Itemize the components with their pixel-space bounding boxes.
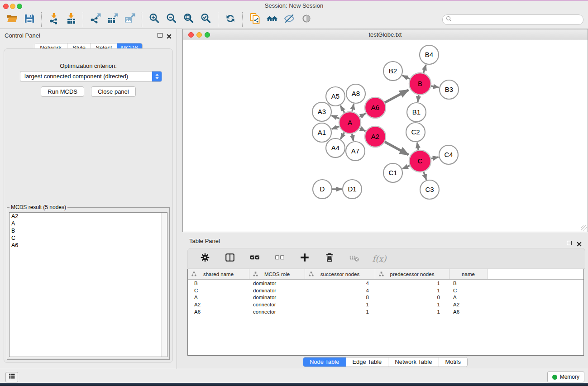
show-graphics-details-button[interactable] (298, 12, 315, 27)
export-network-button[interactable] (87, 12, 104, 27)
open-session-button[interactable] (4, 12, 21, 27)
node-B[interactable]: B (409, 73, 431, 95)
zoom-out-button[interactable] (163, 12, 180, 27)
tab-motifs[interactable]: Motifs (439, 357, 467, 367)
tab-node-table[interactable]: Node Table (303, 357, 346, 367)
node-A1[interactable]: A1 (312, 123, 331, 142)
export-image-button[interactable] (121, 12, 139, 27)
network-graph: AA1A2A3A4A5A6A7A8BB1B2B3B4CC1C2C3C4DD1 (183, 40, 588, 232)
delete-table-button[interactable] (346, 251, 363, 266)
float-panel-button[interactable] (158, 33, 163, 38)
edge-A-A8[interactable] (352, 104, 354, 112)
table-row[interactable]: A6connector11A6 (188, 308, 583, 315)
export-table-button[interactable] (104, 12, 121, 27)
edge-A2-C[interactable] (385, 142, 408, 155)
table-row[interactable]: Cdominator41C (188, 287, 583, 294)
scrollbar[interactable] (161, 213, 167, 357)
mcds-result-item[interactable]: A6 (10, 242, 167, 249)
edge-A-A6[interactable] (360, 114, 366, 117)
mcds-result-list[interactable]: A2ABCA6 (9, 212, 167, 357)
column-header[interactable]: name (449, 269, 488, 279)
mcds-result-item[interactable]: A2 (10, 213, 167, 220)
node-A5[interactable]: A5 (326, 87, 345, 106)
float-panel-button[interactable] (567, 241, 572, 245)
node-D[interactable]: D (313, 180, 332, 199)
save-session-button[interactable] (21, 12, 38, 27)
column-header[interactable]: shared name (188, 269, 249, 279)
edge-A-A3[interactable] (331, 115, 339, 119)
node-A3[interactable]: A3 (312, 102, 331, 121)
node-A8[interactable]: A8 (346, 84, 365, 103)
node-table[interactable]: shared nameMCDS rolesuccessor nodesprede… (187, 269, 584, 356)
node-A[interactable]: A (339, 112, 361, 133)
column-header[interactable]: successor nodes (305, 269, 375, 279)
table-settings-button[interactable] (196, 251, 214, 266)
node-A4[interactable]: A4 (326, 138, 345, 157)
select-all-columns-button[interactable] (246, 251, 263, 266)
node-A2[interactable]: A2 (365, 126, 386, 147)
node-D1[interactable]: D1 (343, 180, 362, 199)
node-C1[interactable]: C1 (383, 163, 402, 182)
table-row[interactable]: Adominator80A (188, 294, 583, 301)
edge-C-C1[interactable] (402, 166, 410, 169)
mcds-result-item[interactable]: B (10, 227, 167, 234)
clone-network-button[interactable] (246, 12, 263, 27)
deselect-all-columns-button[interactable] (271, 251, 288, 266)
edge-A-A7[interactable] (352, 134, 354, 141)
node-A6[interactable]: A6 (365, 97, 386, 118)
home-layout-button[interactable] (263, 12, 281, 27)
mcds-result-item[interactable]: C (10, 234, 167, 242)
edge-A-A5[interactable] (340, 105, 344, 113)
toggle-columns-button[interactable] (221, 251, 239, 266)
create-column-button[interactable] (296, 251, 313, 266)
tab-edge-table[interactable]: Edge Table (346, 357, 388, 367)
search-box[interactable] (442, 14, 583, 25)
function-builder-button[interactable]: f(x) (371, 251, 388, 266)
import-network-button[interactable] (45, 12, 62, 27)
zoom-in-button[interactable] (146, 12, 163, 27)
zoom-fit-button[interactable] (180, 12, 197, 27)
network-view-window: testGlobe.txt AA1A2A3A4A5A6A7A8BB1B2B3B4… (182, 29, 588, 232)
network-canvas[interactable]: AA1A2A3A4A5A6A7A8BB1B2B3B4CC1C2C3C4DD1 (183, 40, 588, 232)
node-C3[interactable]: C3 (420, 180, 439, 199)
node-C2[interactable]: C2 (406, 123, 425, 142)
close-panel-button[interactable] (577, 240, 582, 245)
node-B1[interactable]: B1 (407, 103, 426, 122)
node-C4[interactable]: C4 (439, 145, 458, 164)
edge-B-B3[interactable] (431, 86, 439, 87)
run-mcds-button[interactable]: Run MCDS (41, 86, 84, 97)
table-row[interactable]: Bdominator41B (188, 280, 583, 287)
edge-B-B1[interactable] (418, 95, 419, 102)
column-header[interactable]: MCDS role (249, 269, 305, 279)
import-table-button[interactable] (62, 12, 80, 27)
show-panels-button[interactable] (5, 372, 18, 382)
zoom-selected-button[interactable] (197, 12, 215, 27)
memory-button[interactable]: Memory (547, 372, 584, 382)
node-A7[interactable]: A7 (346, 142, 365, 161)
refresh-button[interactable] (222, 12, 239, 27)
resize-grip[interactable] (581, 225, 587, 231)
column-header[interactable]: predecessor nodes (375, 269, 449, 279)
edge-A-A1[interactable] (332, 126, 339, 129)
edge-A-A4[interactable] (340, 133, 344, 139)
edge-A-A2[interactable] (360, 128, 365, 131)
delete-columns-button[interactable] (321, 251, 338, 266)
close-panel-button[interactable] (167, 33, 172, 38)
table-row[interactable]: A2connector11A2 (188, 301, 583, 308)
edge-A6-B[interactable] (385, 90, 408, 103)
edge-C-C3[interactable] (424, 172, 426, 180)
tab-network-table[interactable]: Network Table (388, 357, 439, 367)
edge-B-B2[interactable] (402, 76, 410, 79)
close-panel-button[interactable]: Close panel (91, 86, 136, 97)
criterion-dropdown[interactable]: largest connected component (directed) (20, 71, 162, 82)
edge-C-C2[interactable] (417, 143, 419, 150)
edge-B-B4[interactable] (423, 65, 426, 73)
node-B4[interactable]: B4 (420, 45, 439, 64)
node-B3[interactable]: B3 (440, 80, 459, 99)
edge-C-C4[interactable] (431, 157, 438, 159)
node-B2[interactable]: B2 (383, 62, 402, 81)
hide-graphics-details-button[interactable] (281, 12, 298, 27)
node-C[interactable]: C (409, 150, 431, 172)
mcds-result-item[interactable]: A (10, 220, 167, 227)
search-input[interactable] (454, 16, 580, 23)
